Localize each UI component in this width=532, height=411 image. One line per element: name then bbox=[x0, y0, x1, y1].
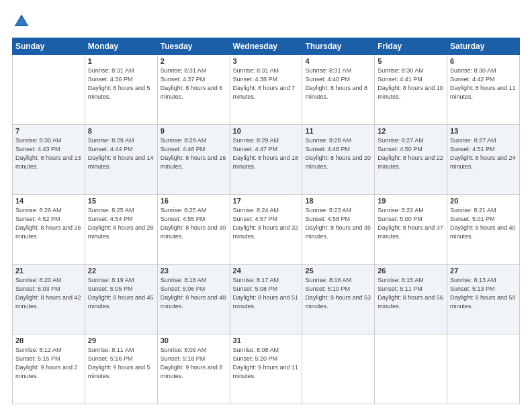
day-number: 8 bbox=[88, 127, 154, 135]
day-cell bbox=[375, 334, 447, 404]
day-info: Sunrise: 8:29 AM Sunset: 4:44 PM Dayligh… bbox=[88, 136, 154, 171]
day-cell bbox=[302, 334, 375, 404]
day-cell: 4Sunrise: 8:31 AM Sunset: 4:40 PM Daylig… bbox=[302, 55, 375, 125]
day-info: Sunrise: 8:27 AM Sunset: 4:51 PM Dayligh… bbox=[450, 136, 517, 171]
day-number: 18 bbox=[305, 197, 371, 205]
day-cell: 15Sunrise: 8:25 AM Sunset: 4:54 PM Dayli… bbox=[85, 195, 157, 265]
day-info: Sunrise: 8:17 AM Sunset: 5:08 PM Dayligh… bbox=[233, 276, 300, 311]
day-number: 24 bbox=[233, 267, 300, 275]
day-cell: 29Sunrise: 8:11 AM Sunset: 5:16 PM Dayli… bbox=[85, 334, 157, 404]
header-cell-tuesday: Tuesday bbox=[157, 38, 230, 55]
header-cell-monday: Monday bbox=[85, 38, 157, 55]
day-cell: 30Sunrise: 8:09 AM Sunset: 5:18 PM Dayli… bbox=[157, 334, 230, 404]
header-cell-saturday: Saturday bbox=[447, 38, 520, 55]
day-cell: 2Sunrise: 8:31 AM Sunset: 4:37 PM Daylig… bbox=[157, 55, 230, 125]
day-cell bbox=[447, 334, 520, 404]
day-info: Sunrise: 8:31 AM Sunset: 4:36 PM Dayligh… bbox=[88, 66, 154, 101]
day-cell: 21Sunrise: 8:20 AM Sunset: 5:03 PM Dayli… bbox=[13, 265, 85, 334]
day-cell: 27Sunrise: 8:13 AM Sunset: 5:13 PM Dayli… bbox=[447, 265, 520, 334]
day-number: 23 bbox=[161, 267, 227, 275]
day-number: 12 bbox=[378, 127, 444, 135]
day-info: Sunrise: 8:26 AM Sunset: 4:52 PM Dayligh… bbox=[15, 206, 82, 241]
page: SundayMondayTuesdayWednesdayThursdayFrid… bbox=[0, 0, 532, 411]
day-info: Sunrise: 8:15 AM Sunset: 5:11 PM Dayligh… bbox=[378, 276, 444, 311]
svg-marker-1 bbox=[15, 17, 28, 25]
day-number: 17 bbox=[233, 197, 300, 205]
day-cell: 14Sunrise: 8:26 AM Sunset: 4:52 PM Dayli… bbox=[13, 195, 85, 265]
week-row-2: 14Sunrise: 8:26 AM Sunset: 4:52 PM Dayli… bbox=[13, 195, 520, 265]
week-row-1: 7Sunrise: 8:30 AM Sunset: 4:43 PM Daylig… bbox=[13, 125, 520, 195]
day-number: 13 bbox=[450, 127, 517, 135]
day-cell: 12Sunrise: 8:27 AM Sunset: 4:50 PM Dayli… bbox=[375, 125, 447, 195]
day-cell: 11Sunrise: 8:28 AM Sunset: 4:48 PM Dayli… bbox=[302, 125, 375, 195]
header-row: SundayMondayTuesdayWednesdayThursdayFrid… bbox=[13, 38, 520, 55]
day-cell: 19Sunrise: 8:22 AM Sunset: 5:00 PM Dayli… bbox=[375, 195, 447, 265]
day-number: 9 bbox=[161, 127, 227, 135]
day-info: Sunrise: 8:08 AM Sunset: 5:20 PM Dayligh… bbox=[233, 346, 300, 381]
day-cell: 23Sunrise: 8:18 AM Sunset: 5:06 PM Dayli… bbox=[157, 265, 230, 334]
calendar: SundayMondayTuesdayWednesdayThursdayFrid… bbox=[12, 38, 520, 404]
day-cell: 24Sunrise: 8:17 AM Sunset: 5:08 PM Dayli… bbox=[230, 265, 302, 334]
day-info: Sunrise: 8:16 AM Sunset: 5:10 PM Dayligh… bbox=[305, 276, 371, 311]
day-number: 5 bbox=[378, 57, 444, 65]
day-cell: 16Sunrise: 8:25 AM Sunset: 4:55 PM Dayli… bbox=[157, 195, 230, 265]
day-number: 25 bbox=[305, 267, 371, 275]
day-number: 10 bbox=[233, 127, 300, 135]
week-row-4: 28Sunrise: 8:12 AM Sunset: 5:15 PM Dayli… bbox=[13, 334, 520, 404]
day-cell: 26Sunrise: 8:15 AM Sunset: 5:11 PM Dayli… bbox=[375, 265, 447, 334]
day-cell: 18Sunrise: 8:23 AM Sunset: 4:58 PM Dayli… bbox=[302, 195, 375, 265]
day-info: Sunrise: 8:13 AM Sunset: 5:13 PM Dayligh… bbox=[450, 276, 517, 311]
day-info: Sunrise: 8:25 AM Sunset: 4:54 PM Dayligh… bbox=[88, 206, 154, 241]
day-cell: 20Sunrise: 8:21 AM Sunset: 5:01 PM Dayli… bbox=[447, 195, 520, 265]
day-number: 4 bbox=[305, 57, 371, 65]
day-number: 20 bbox=[450, 197, 517, 205]
day-info: Sunrise: 8:19 AM Sunset: 5:05 PM Dayligh… bbox=[88, 276, 154, 311]
day-info: Sunrise: 8:12 AM Sunset: 5:15 PM Dayligh… bbox=[15, 346, 82, 381]
day-cell: 28Sunrise: 8:12 AM Sunset: 5:15 PM Dayli… bbox=[13, 334, 85, 404]
day-info: Sunrise: 8:29 AM Sunset: 4:46 PM Dayligh… bbox=[161, 136, 227, 171]
day-cell: 5Sunrise: 8:30 AM Sunset: 4:41 PM Daylig… bbox=[375, 55, 447, 125]
day-info: Sunrise: 8:22 AM Sunset: 5:00 PM Dayligh… bbox=[378, 206, 444, 241]
day-number: 11 bbox=[305, 127, 371, 135]
day-number: 6 bbox=[450, 57, 517, 65]
day-number: 7 bbox=[15, 127, 82, 135]
day-number: 28 bbox=[15, 336, 82, 345]
day-cell: 3Sunrise: 8:31 AM Sunset: 4:38 PM Daylig… bbox=[230, 55, 302, 125]
day-cell: 6Sunrise: 8:30 AM Sunset: 4:42 PM Daylig… bbox=[447, 55, 520, 125]
day-cell: 1Sunrise: 8:31 AM Sunset: 4:36 PM Daylig… bbox=[85, 55, 157, 125]
day-info: Sunrise: 8:31 AM Sunset: 4:40 PM Dayligh… bbox=[305, 66, 371, 101]
day-info: Sunrise: 8:21 AM Sunset: 5:01 PM Dayligh… bbox=[450, 206, 517, 241]
day-info: Sunrise: 8:31 AM Sunset: 4:38 PM Dayligh… bbox=[233, 66, 300, 101]
week-row-3: 21Sunrise: 8:20 AM Sunset: 5:03 PM Dayli… bbox=[13, 265, 520, 334]
day-number: 29 bbox=[88, 336, 154, 345]
day-info: Sunrise: 8:20 AM Sunset: 5:03 PM Dayligh… bbox=[15, 276, 82, 311]
day-number: 31 bbox=[233, 336, 300, 345]
day-cell: 25Sunrise: 8:16 AM Sunset: 5:10 PM Dayli… bbox=[302, 265, 375, 334]
day-number: 15 bbox=[88, 197, 154, 205]
logo-icon bbox=[12, 12, 31, 31]
day-number: 1 bbox=[88, 57, 154, 65]
day-info: Sunrise: 8:25 AM Sunset: 4:55 PM Dayligh… bbox=[161, 206, 227, 241]
day-number: 2 bbox=[161, 57, 227, 65]
day-number: 21 bbox=[15, 267, 82, 275]
day-number: 19 bbox=[378, 197, 444, 205]
day-cell: 22Sunrise: 8:19 AM Sunset: 5:05 PM Dayli… bbox=[85, 265, 157, 334]
day-cell: 10Sunrise: 8:29 AM Sunset: 4:47 PM Dayli… bbox=[230, 125, 302, 195]
day-cell: 17Sunrise: 8:24 AM Sunset: 4:57 PM Dayli… bbox=[230, 195, 302, 265]
day-info: Sunrise: 8:11 AM Sunset: 5:16 PM Dayligh… bbox=[88, 346, 154, 381]
day-info: Sunrise: 8:27 AM Sunset: 4:50 PM Dayligh… bbox=[378, 136, 444, 171]
week-row-0: 1Sunrise: 8:31 AM Sunset: 4:36 PM Daylig… bbox=[13, 55, 520, 125]
day-info: Sunrise: 8:18 AM Sunset: 5:06 PM Dayligh… bbox=[161, 276, 227, 311]
day-cell: 13Sunrise: 8:27 AM Sunset: 4:51 PM Dayli… bbox=[447, 125, 520, 195]
day-cell: 8Sunrise: 8:29 AM Sunset: 4:44 PM Daylig… bbox=[85, 125, 157, 195]
day-info: Sunrise: 8:31 AM Sunset: 4:37 PM Dayligh… bbox=[161, 66, 227, 101]
day-info: Sunrise: 8:09 AM Sunset: 5:18 PM Dayligh… bbox=[161, 346, 227, 381]
logo bbox=[12, 12, 34, 31]
day-cell bbox=[13, 55, 85, 125]
day-cell: 7Sunrise: 8:30 AM Sunset: 4:43 PM Daylig… bbox=[13, 125, 85, 195]
day-info: Sunrise: 8:30 AM Sunset: 4:41 PM Dayligh… bbox=[378, 66, 444, 101]
day-number: 3 bbox=[233, 57, 300, 65]
header-cell-wednesday: Wednesday bbox=[230, 38, 302, 55]
header-cell-sunday: Sunday bbox=[13, 38, 85, 55]
day-info: Sunrise: 8:29 AM Sunset: 4:47 PM Dayligh… bbox=[233, 136, 300, 171]
